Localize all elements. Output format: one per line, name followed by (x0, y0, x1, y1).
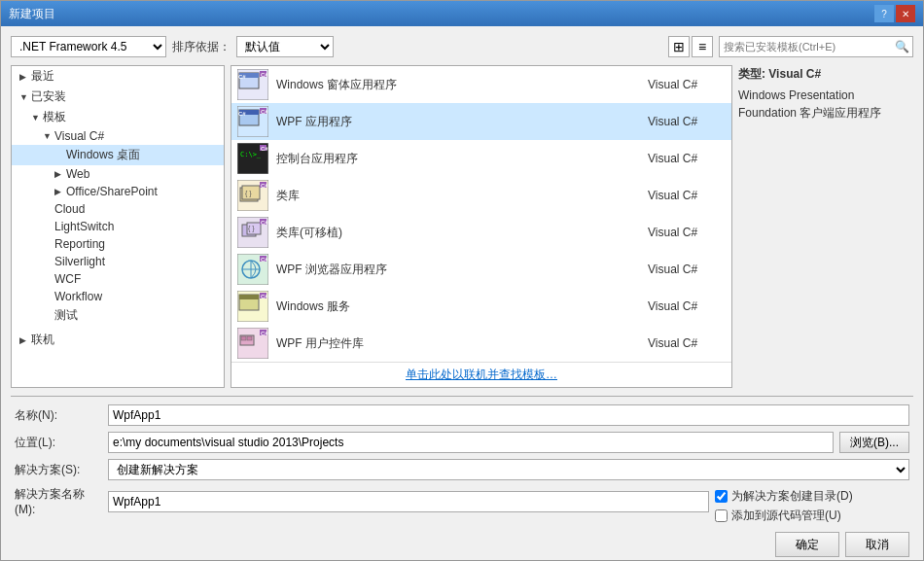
top-search-button[interactable]: 🔍 (891, 37, 912, 56)
template-item-wpf[interactable]: C# C# WPF 应用程序 Visual C# (231, 103, 731, 140)
tree-label-office: Office/SharePoint (66, 185, 158, 198)
browser-name: WPF 浏览器应用程序 (276, 262, 648, 278)
svg-text:{ }: { } (248, 225, 255, 232)
template-item-service[interactable]: C# Windows 服务 Visual C# (231, 288, 731, 325)
list-icon: ≡ (698, 39, 706, 54)
tree-item-wcf[interactable]: WCF (12, 270, 224, 288)
wpf-name: WPF 应用程序 (276, 114, 648, 130)
svg-text:C#: C# (238, 74, 246, 80)
middle-area: ▶ 最近 ▼ 已安装 ▼ 模板 ▼ Visual C# (11, 65, 913, 388)
tree-label-online: 联机 (31, 332, 54, 348)
winforms-icon: C# C# (237, 69, 268, 100)
top-search-input[interactable] (720, 41, 891, 53)
svg-text:C#: C# (261, 183, 268, 189)
tree-item-visual-csharp[interactable]: ▼ Visual C# (12, 127, 224, 145)
tree-item-lightswitch[interactable]: LightSwitch (12, 218, 224, 235)
tree-item-cloud[interactable]: Cloud (12, 200, 224, 218)
tree-label-lightswitch: LightSwitch (54, 220, 114, 233)
template-item-browser[interactable]: C# WPF 浏览器应用程序 Visual C# (231, 251, 731, 288)
tree-item-online[interactable]: ▶ 联机 (12, 330, 224, 350)
solution-name-input[interactable] (108, 491, 709, 512)
svg-text:C#: C# (261, 146, 268, 152)
browse-button[interactable]: 浏览(B)... (839, 432, 909, 453)
close-button[interactable]: ✕ (896, 5, 915, 22)
winforms-lang: Visual C# (648, 78, 726, 91)
form-row-solution: 解决方案(S): 创建新解决方案 (15, 459, 909, 480)
tree-item-windows-desktop[interactable]: Windows 桌面 (12, 145, 224, 165)
svg-text:C#: C# (261, 257, 268, 263)
online-link[interactable]: 单击此处以联机并查找模板… (406, 368, 557, 381)
tree-arrow-online: ▶ (19, 335, 31, 345)
form-row-location: 位置(L): 浏览(B)... (15, 432, 909, 453)
tree-label-wcf: WCF (54, 272, 81, 286)
svg-text:C#: C# (261, 220, 268, 226)
tree-item-silverlight[interactable]: Silverlight (12, 253, 224, 270)
description-text: Windows Presentation Foundation 客户端应用程序 (738, 87, 913, 122)
tree-arrow-recent: ▶ (19, 72, 31, 82)
checkbox-solution-dir[interactable] (715, 490, 728, 503)
console-icon: C:\>_ C# (237, 143, 268, 174)
solution-name-label: 解决方案名称(M): (15, 486, 102, 516)
name-input[interactable] (108, 404, 909, 426)
tree-arrow-installed: ▼ (19, 92, 31, 102)
tree-item-test[interactable]: 测试 (12, 305, 224, 326)
sort-select[interactable]: 默认值 (236, 36, 334, 57)
service-icon: C# (237, 291, 268, 322)
tree-item-web[interactable]: ▶ Web (12, 165, 224, 183)
tree-label-cloud: Cloud (54, 202, 85, 216)
solution-select[interactable]: 创建新解决方案 (108, 459, 909, 480)
left-panel: ▶ 最近 ▼ 已安装 ▼ 模板 ▼ Visual C# (11, 65, 225, 388)
tree-arrow-web: ▶ (54, 169, 66, 179)
ok-button[interactable]: 确定 (775, 532, 839, 557)
center-panel: C# C# Windows 窗体应用程序 Visual C# (231, 65, 732, 388)
view-list-button[interactable]: ≡ (692, 36, 713, 57)
tree-item-office[interactable]: ▶ Office/SharePoint (12, 183, 224, 200)
checkbox-source-control[interactable] (715, 509, 728, 522)
tree-item-recent[interactable]: ▶ 最近 (12, 66, 224, 87)
tree-label-workflow: Workflow (54, 290, 102, 303)
svg-rect-41 (241, 336, 246, 340)
location-input[interactable] (108, 432, 834, 453)
checkbox-source-control-label[interactable]: 添加到源代码管理(U) (731, 508, 841, 524)
tree-label-silverlight: Silverlight (54, 255, 105, 268)
checkbox-solution-dir-label[interactable]: 为解决方案创建目录(D) (731, 488, 853, 505)
checkbox-row-source-control: 添加到源代码管理(U) (715, 508, 909, 524)
title-bar-buttons: ? ✕ (874, 5, 915, 22)
tree-arrow-office: ▶ (54, 187, 66, 196)
library-lang: Visual C# (648, 189, 726, 202)
window-title: 新建项目 (9, 6, 55, 22)
template-item-portable[interactable]: { } C# 类库(可移植) Visual C# (231, 214, 731, 251)
tree-label-web: Web (66, 167, 89, 181)
tree-label-windows-desktop: Windows 桌面 (66, 147, 140, 163)
solution-label: 解决方案(S): (15, 462, 102, 478)
template-item-control[interactable]: C# WPF 用户控件库 Visual C# (231, 325, 731, 362)
tree-item-templates[interactable]: ▼ 模板 (12, 107, 224, 127)
template-scroll-outer: C# C# Windows 窗体应用程序 Visual C# (231, 66, 731, 362)
name-label: 名称(N): (15, 407, 102, 424)
view-grid-button[interactable]: ⊞ (668, 36, 690, 57)
right-panel: 类型: Visual C# Windows Presentation Found… (738, 65, 913, 388)
cancel-button[interactable]: 取消 (845, 532, 909, 557)
portable-lang: Visual C# (648, 226, 726, 239)
tree-label-templates: 模板 (43, 109, 66, 125)
description-box: 类型: Visual C# Windows Presentation Found… (738, 65, 913, 388)
top-search-box: 🔍 (719, 36, 913, 57)
library-name: 类库 (276, 188, 648, 204)
framework-select[interactable]: .NET Framework 4.5 (11, 36, 166, 57)
svg-rect-36 (239, 295, 259, 299)
bottom-section: 名称(N): 位置(L): 浏览(B)... 解决方案(S): 创建新解决方案 (11, 396, 913, 561)
svg-text:C#: C# (238, 111, 246, 117)
dialog-window: 新建项目 ? ✕ .NET Framework 4.5 排序依据： 默认值 ⊞ … (0, 0, 924, 561)
tree-item-installed[interactable]: ▼ 已安装 (12, 87, 224, 107)
help-button[interactable]: ? (874, 5, 894, 22)
control-name: WPF 用户控件库 (276, 335, 648, 352)
tree-item-reporting[interactable]: Reporting (12, 235, 224, 253)
winforms-name: Windows 窗体应用程序 (276, 77, 648, 93)
console-lang: Visual C# (648, 152, 726, 165)
template-item-winforms[interactable]: C# C# Windows 窗体应用程序 Visual C# (231, 66, 731, 103)
tree-item-workflow[interactable]: Workflow (12, 288, 224, 305)
template-item-library[interactable]: { } C# 类库 Visual C# (231, 177, 731, 214)
browser-lang: Visual C# (648, 263, 726, 276)
browser-icon: C# (237, 254, 268, 285)
template-item-console[interactable]: C:\>_ C# 控制台应用程序 Visual C# (231, 140, 731, 177)
